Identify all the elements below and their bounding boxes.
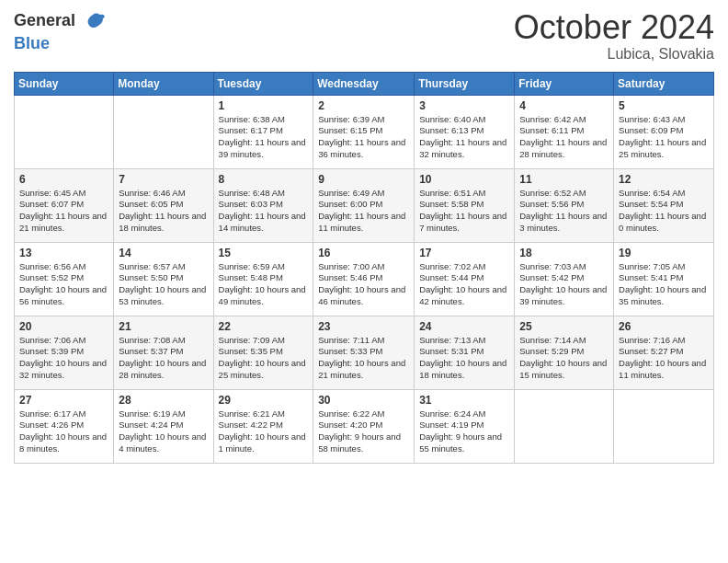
title-block: October 2024 Lubica, Slovakia [514,9,714,63]
day-number: 23 [318,320,409,333]
calendar-cell: 26Sunrise: 7:16 AM Sunset: 5:27 PM Dayli… [614,316,714,389]
day-number: 6 [19,173,108,186]
calendar-cell: 20Sunrise: 7:06 AM Sunset: 5:39 PM Dayli… [15,316,114,389]
calendar-cell [15,95,114,168]
day-number: 31 [419,394,509,407]
day-content: Sunrise: 7:14 AM Sunset: 5:29 PM Dayligh… [519,335,609,382]
day-content: Sunrise: 7:08 AM Sunset: 5:37 PM Dayligh… [119,335,208,382]
day-number: 26 [619,320,709,333]
calendar-cell: 4Sunrise: 6:42 AM Sunset: 6:11 PM Daylig… [515,95,614,168]
calendar-week-row: 6Sunrise: 6:45 AM Sunset: 6:07 PM Daylig… [15,168,714,242]
calendar-cell: 10Sunrise: 6:51 AM Sunset: 5:58 PM Dayli… [415,168,515,242]
weekday-header: Sunday [15,72,114,95]
calendar-cell: 11Sunrise: 6:52 AM Sunset: 5:56 PM Dayli… [515,168,614,242]
calendar-cell: 14Sunrise: 6:57 AM Sunset: 5:50 PM Dayli… [114,242,213,316]
calendar-week-row: 13Sunrise: 6:56 AM Sunset: 5:52 PM Dayli… [15,242,714,316]
title-month: October 2024 [514,9,714,46]
day-number: 8 [219,173,309,186]
weekday-header: Monday [114,72,213,95]
day-content: Sunrise: 7:09 AM Sunset: 5:35 PM Dayligh… [219,335,309,382]
day-number: 11 [519,173,609,186]
calendar-cell: 9Sunrise: 6:49 AM Sunset: 6:00 PM Daylig… [313,168,415,242]
calendar-cell [114,95,213,168]
day-content: Sunrise: 6:57 AM Sunset: 5:50 PM Dayligh… [119,261,208,308]
day-number: 29 [219,394,309,407]
day-number: 30 [318,394,409,407]
logo: General Blue [14,9,108,53]
logo-blue: Blue [14,35,108,53]
day-number: 24 [419,320,509,333]
day-number: 5 [619,99,709,112]
calendar-cell: 6Sunrise: 6:45 AM Sunset: 6:07 PM Daylig… [15,168,114,242]
day-number: 18 [519,247,609,259]
calendar-cell: 1Sunrise: 6:38 AM Sunset: 6:17 PM Daylig… [213,95,313,168]
calendar-week-row: 20Sunrise: 7:06 AM Sunset: 5:39 PM Dayli… [15,316,714,389]
day-number: 9 [318,173,409,186]
day-content: Sunrise: 6:43 AM Sunset: 6:09 PM Dayligh… [619,114,709,161]
day-number: 1 [219,99,309,112]
day-content: Sunrise: 6:48 AM Sunset: 6:03 PM Dayligh… [219,188,309,235]
calendar-cell: 24Sunrise: 7:13 AM Sunset: 5:31 PM Dayli… [415,316,515,389]
calendar-cell: 25Sunrise: 7:14 AM Sunset: 5:29 PM Dayli… [515,316,614,389]
day-content: Sunrise: 6:22 AM Sunset: 4:20 PM Dayligh… [318,408,409,455]
day-number: 4 [519,99,609,112]
logo-general: General [14,9,108,35]
day-content: Sunrise: 6:40 AM Sunset: 6:13 PM Dayligh… [419,114,509,161]
calendar-cell: 23Sunrise: 7:11 AM Sunset: 5:33 PM Dayli… [313,316,415,389]
day-number: 3 [419,99,509,112]
calendar-cell: 13Sunrise: 6:56 AM Sunset: 5:52 PM Dayli… [15,242,114,316]
calendar-cell: 3Sunrise: 6:40 AM Sunset: 6:13 PM Daylig… [415,95,515,168]
day-number: 19 [619,247,709,259]
weekday-header: Wednesday [313,72,415,95]
day-content: Sunrise: 6:49 AM Sunset: 6:00 PM Dayligh… [318,188,409,235]
calendar-cell: 5Sunrise: 6:43 AM Sunset: 6:09 PM Daylig… [614,95,714,168]
calendar-cell: 8Sunrise: 6:48 AM Sunset: 6:03 PM Daylig… [213,168,313,242]
day-content: Sunrise: 6:39 AM Sunset: 6:15 PM Dayligh… [318,114,409,161]
calendar-cell: 12Sunrise: 6:54 AM Sunset: 5:54 PM Dayli… [614,168,714,242]
calendar-table: SundayMondayTuesdayWednesdayThursdayFrid… [14,72,714,464]
calendar-cell: 29Sunrise: 6:21 AM Sunset: 4:22 PM Dayli… [213,389,313,463]
day-content: Sunrise: 7:06 AM Sunset: 5:39 PM Dayligh… [19,335,108,382]
day-number: 10 [419,173,509,186]
page: General Blue October 2024 Lubica, Slovak… [0,0,728,563]
day-number: 20 [19,320,108,333]
weekday-header: Saturday [614,72,714,95]
day-number: 2 [318,99,409,112]
day-number: 25 [519,320,609,333]
calendar-cell [515,389,614,463]
day-number: 15 [219,247,309,259]
day-number: 22 [219,320,309,333]
calendar-week-row: 1Sunrise: 6:38 AM Sunset: 6:17 PM Daylig… [15,95,714,168]
day-number: 27 [19,394,108,407]
day-number: 28 [119,394,208,407]
calendar-cell: 17Sunrise: 7:02 AM Sunset: 5:44 PM Dayli… [415,242,515,316]
day-number: 17 [419,247,509,259]
day-content: Sunrise: 6:51 AM Sunset: 5:58 PM Dayligh… [419,188,509,235]
day-content: Sunrise: 6:54 AM Sunset: 5:54 PM Dayligh… [619,188,709,235]
day-content: Sunrise: 6:19 AM Sunset: 4:24 PM Dayligh… [119,408,208,455]
day-content: Sunrise: 7:05 AM Sunset: 5:41 PM Dayligh… [619,261,709,308]
calendar-cell [614,389,714,463]
day-content: Sunrise: 6:56 AM Sunset: 5:52 PM Dayligh… [19,261,108,308]
day-content: Sunrise: 6:42 AM Sunset: 6:11 PM Dayligh… [519,114,609,161]
day-content: Sunrise: 6:21 AM Sunset: 4:22 PM Dayligh… [219,408,309,455]
calendar-cell: 15Sunrise: 6:59 AM Sunset: 5:48 PM Dayli… [213,242,313,316]
calendar-header-row: SundayMondayTuesdayWednesdayThursdayFrid… [15,72,714,95]
calendar-cell: 31Sunrise: 6:24 AM Sunset: 4:19 PM Dayli… [415,389,515,463]
day-number: 16 [318,247,409,259]
day-content: Sunrise: 6:52 AM Sunset: 5:56 PM Dayligh… [519,188,609,235]
day-number: 13 [19,247,108,259]
day-content: Sunrise: 7:16 AM Sunset: 5:27 PM Dayligh… [619,335,709,382]
day-content: Sunrise: 6:46 AM Sunset: 6:05 PM Dayligh… [119,188,208,235]
calendar-cell: 27Sunrise: 6:17 AM Sunset: 4:26 PM Dayli… [15,389,114,463]
day-number: 21 [119,320,208,333]
calendar-cell: 7Sunrise: 6:46 AM Sunset: 6:05 PM Daylig… [114,168,213,242]
calendar-cell: 30Sunrise: 6:22 AM Sunset: 4:20 PM Dayli… [313,389,415,463]
day-content: Sunrise: 6:45 AM Sunset: 6:07 PM Dayligh… [19,188,108,235]
calendar-cell: 21Sunrise: 7:08 AM Sunset: 5:37 PM Dayli… [114,316,213,389]
calendar-week-row: 27Sunrise: 6:17 AM Sunset: 4:26 PM Dayli… [15,389,714,463]
calendar-cell: 18Sunrise: 7:03 AM Sunset: 5:42 PM Dayli… [515,242,614,316]
day-content: Sunrise: 6:17 AM Sunset: 4:26 PM Dayligh… [19,408,108,455]
weekday-header: Thursday [415,72,515,95]
day-content: Sunrise: 7:02 AM Sunset: 5:44 PM Dayligh… [419,261,509,308]
